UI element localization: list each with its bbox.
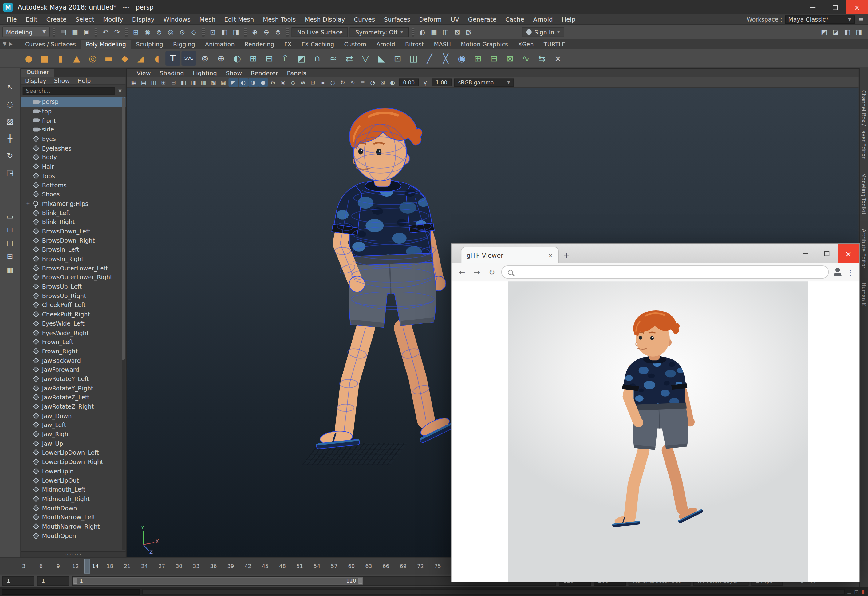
- shelf-tab[interactable]: Arnold: [371, 40, 400, 49]
- shelf-tool-icon[interactable]: ◎: [85, 51, 100, 66]
- tool-icon[interactable]: ◲: [3, 166, 17, 179]
- viewport-toggle-icon[interactable]: ⊙: [268, 78, 278, 87]
- outliner-item[interactable]: + Body: [21, 153, 126, 162]
- reload-button[interactable]: ↻: [486, 267, 497, 278]
- gltf-maximize-button[interactable]: [816, 244, 838, 263]
- shelf-tool-icon[interactable]: ◣: [374, 51, 389, 66]
- render-icon[interactable]: ▦: [429, 27, 439, 37]
- gamma-field[interactable]: 1.00: [432, 79, 451, 86]
- menu-item[interactable]: Mesh: [195, 16, 220, 23]
- range-slider-bar[interactable]: 1 120: [73, 577, 363, 584]
- shelf-tool-icon[interactable]: ◫: [406, 51, 421, 66]
- outliner-item[interactable]: + BrowsOuterLower_Left: [21, 263, 126, 273]
- symmetry-select[interactable]: Symmetry: Off ▼: [350, 27, 409, 37]
- shelf-tab[interactable]: FX Caching: [297, 40, 339, 49]
- snap-icon[interactable]: ◎: [166, 27, 176, 37]
- construction-icon[interactable]: ⊕: [250, 27, 260, 37]
- outliner-item[interactable]: + Blink_Left: [21, 208, 126, 217]
- shelf-tool-icon[interactable]: ⊞: [470, 51, 485, 66]
- outliner-item[interactable]: + JawForeward: [21, 365, 126, 374]
- viewport-menu-item[interactable]: Renderer: [247, 69, 283, 77]
- viewport-character[interactable]: [265, 100, 483, 498]
- viewport-toggle-icon[interactable]: ◔: [368, 78, 377, 87]
- shelf-tool-icon[interactable]: ▲: [69, 51, 84, 66]
- viewport-menu-item[interactable]: Show: [221, 69, 246, 77]
- menu-item[interactable]: Modify: [99, 16, 127, 23]
- shelf-tab[interactable]: Rigging: [168, 40, 200, 49]
- layout-button[interactable]: ◫: [3, 238, 16, 248]
- sidebar-toggle-icon[interactable]: ◪: [831, 27, 841, 37]
- layout-button[interactable]: ▥: [3, 264, 16, 274]
- shelf-tab[interactable]: Motion Graphics: [456, 40, 513, 49]
- snap-icon[interactable]: ◉: [142, 27, 153, 37]
- shelf-tool-icon[interactable]: ×: [550, 51, 566, 66]
- workspace-menu-icon[interactable]: ≡: [858, 16, 865, 23]
- viewport-menu-item[interactable]: Panels: [282, 69, 311, 77]
- forward-button[interactable]: →: [472, 267, 482, 278]
- outliner-item[interactable]: + CheekPuff_Left: [21, 301, 126, 310]
- shelf-tool-icon[interactable]: ∩: [310, 51, 325, 66]
- tab-close-icon[interactable]: ×: [548, 251, 553, 259]
- layout-button[interactable]: ⊞: [3, 224, 16, 235]
- address-bar[interactable]: [501, 266, 829, 279]
- outliner-item[interactable]: + BrowsUp_Right: [21, 291, 126, 301]
- menu-item[interactable]: Windows: [159, 16, 195, 23]
- shelf-tab[interactable]: Animation: [200, 40, 240, 49]
- tool-icon[interactable]: ↻: [3, 149, 17, 162]
- group-grip[interactable]: [125, 27, 128, 36]
- shelf-tool-icon[interactable]: ∿: [519, 51, 534, 66]
- layout-button[interactable]: ⊟: [3, 251, 16, 261]
- outliner-item[interactable]: + persp: [21, 97, 126, 106]
- group-grip[interactable]: [202, 27, 205, 36]
- viewport-toggle-icon[interactable]: ◑: [248, 78, 258, 87]
- group-grip[interactable]: [286, 27, 289, 36]
- menu-set-select[interactable]: Modeling ▼: [2, 27, 50, 37]
- tool-icon[interactable]: ◌: [3, 97, 17, 111]
- outliner-item[interactable]: + JawRotateY_Right: [21, 384, 126, 392]
- expand-icon[interactable]: +: [24, 201, 31, 206]
- menu-item[interactable]: Help: [557, 16, 580, 23]
- menu-item[interactable]: Select: [71, 16, 99, 23]
- viewport-toggle-icon[interactable]: ⊚: [298, 78, 308, 87]
- snap-icon[interactable]: ⊞: [131, 27, 141, 37]
- viewport-toggle-icon[interactable]: ◨: [189, 78, 198, 87]
- history-icon[interactable]: ⊡: [207, 27, 218, 37]
- outliner-item[interactable]: + LowerLipDown_Left: [21, 448, 126, 457]
- viewport-toggle-icon[interactable]: ▨: [219, 78, 228, 87]
- group-grip[interactable]: [95, 27, 98, 36]
- shelf-tool-icon[interactable]: ⊠: [502, 51, 517, 66]
- minimize-button[interactable]: [801, 0, 824, 15]
- shelf-tab[interactable]: FX: [279, 40, 297, 49]
- outliner-item[interactable]: + JawBackward: [21, 356, 126, 365]
- outliner-item[interactable]: + BrowsOuterLower_Right: [21, 273, 126, 282]
- workspace-select[interactable]: Maya Classic* ▼: [785, 15, 855, 24]
- outliner-item[interactable]: + Tops: [21, 171, 126, 180]
- gltf-tab[interactable]: glTF Viewer ×: [461, 247, 559, 263]
- menu-item[interactable]: Generate: [463, 16, 501, 23]
- shelf-tool-icon[interactable]: ⇄: [342, 51, 357, 66]
- outliner-menu-item[interactable]: Display: [21, 77, 50, 84]
- shelf-tab[interactable]: Rendering: [240, 40, 279, 49]
- menu-item[interactable]: Deform: [415, 16, 446, 23]
- viewport-toggle-icon[interactable]: ▧: [209, 78, 218, 87]
- shelf-tool-icon[interactable]: ▽: [358, 51, 373, 66]
- tool-icon[interactable]: ↖: [3, 80, 17, 93]
- outliner-menu-item[interactable]: Show: [50, 77, 74, 84]
- menu-item[interactable]: Edit: [21, 16, 42, 23]
- shelf-menu-icon[interactable]: ▼: [3, 41, 6, 46]
- menu-item[interactable]: UV: [446, 16, 463, 23]
- viewport-toggle-icon[interactable]: ⊡: [308, 78, 318, 87]
- shelf-tool-icon[interactable]: ▮: [53, 51, 68, 66]
- shelf-tool-icon[interactable]: SVG: [181, 51, 197, 66]
- snap-icon[interactable]: ⊚: [154, 27, 164, 37]
- shelf-tool-icon[interactable]: ≈: [326, 51, 341, 66]
- outliner-item[interactable]: + BrowsDown_Left: [21, 226, 126, 236]
- shelf-tool-icon[interactable]: ■: [37, 51, 52, 66]
- layout-button[interactable]: ▭: [3, 211, 16, 221]
- render-icon[interactable]: ▧: [463, 27, 474, 37]
- profile-icon[interactable]: [833, 267, 843, 277]
- menu-item[interactable]: Edit Mesh: [220, 16, 259, 23]
- shelf-tab[interactable]: Poly Modeling: [81, 40, 131, 49]
- file-op-icon[interactable]: ▣: [81, 27, 92, 37]
- viewport-toggle-icon[interactable]: ◩: [228, 78, 238, 87]
